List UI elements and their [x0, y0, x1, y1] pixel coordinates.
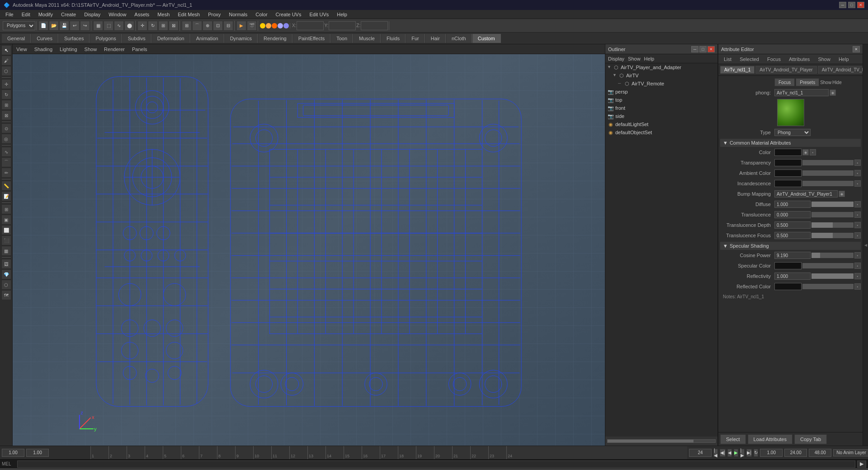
- annotate-btn[interactable]: 📝: [1, 191, 11, 201]
- color-map-btn[interactable]: ▪: [810, 149, 816, 155]
- play-end-btn[interactable]: ▶|: [746, 449, 752, 457]
- move-tool-btn[interactable]: ✛: [1, 79, 11, 89]
- attr-tab-list[interactable]: List: [720, 56, 735, 63]
- menu-edit[interactable]: Edit: [18, 11, 34, 18]
- menu-normals[interactable]: Normals: [225, 11, 251, 18]
- attr-tab-show[interactable]: Show: [814, 56, 834, 63]
- outliner-menu-help[interactable]: Help: [644, 56, 655, 61]
- anim-layer-select[interactable]: No Anim Layer: [833, 449, 868, 456]
- move-btn[interactable]: ✛: [137, 21, 147, 31]
- y-input[interactable]: [329, 21, 356, 30]
- ambient-map-btn[interactable]: ▪: [854, 170, 861, 176]
- attr-tab-focus[interactable]: Focus: [764, 56, 784, 63]
- timeline-track[interactable]: 1 2 3 4 5 6 7 8 9 10 11 12 13 14 15 16 1…: [90, 446, 687, 459]
- outliner-minimize-btn[interactable]: ─: [691, 46, 698, 52]
- translucence-depth-input[interactable]: [774, 221, 811, 229]
- universal-manip-btn[interactable]: ⊠: [169, 21, 179, 31]
- x-input[interactable]: [297, 21, 324, 30]
- outliner-item-airtv-remote[interactable]: ─ ⬡ AirTV_Remote: [605, 80, 717, 88]
- tab-hair[interactable]: Hair: [425, 34, 446, 43]
- right-panel-collapse[interactable]: ◀: [863, 44, 868, 446]
- minimize-button[interactable]: ─: [839, 2, 846, 8]
- focus-button[interactable]: Focus: [774, 78, 795, 86]
- tab-subdivs[interactable]: Subdivs: [123, 34, 151, 43]
- scale-tool-btn[interactable]: ⊞: [1, 100, 11, 110]
- color-dot-2[interactable]: [266, 23, 271, 28]
- common-material-section[interactable]: ▼ Common Material Attributes: [720, 139, 861, 147]
- tab-custom[interactable]: Custom: [472, 34, 501, 43]
- z-input[interactable]: [361, 21, 388, 30]
- window-controls[interactable]: ─ □ ✕: [839, 2, 864, 8]
- play-back-btn[interactable]: ◀: [727, 449, 732, 457]
- current-time-input[interactable]: [2, 449, 24, 457]
- render-view-btn[interactable]: 🖼: [1, 259, 11, 269]
- vp-menu-shading[interactable]: Shading: [34, 47, 52, 52]
- attr-editor-close-btn[interactable]: ✕: [853, 46, 860, 52]
- hide-label[interactable]: Hide: [832, 80, 842, 85]
- mode-select[interactable]: Polygons: [3, 21, 35, 30]
- show-label[interactable]: Show: [820, 80, 831, 85]
- snap-view-btn[interactable]: ⊡: [213, 21, 223, 31]
- transparency-swatch[interactable]: [774, 159, 802, 166]
- undo-btn[interactable]: ↩: [70, 21, 80, 31]
- playback-start-input[interactable]: [784, 449, 807, 457]
- select-tool-btn[interactable]: ↖: [1, 45, 11, 55]
- cosine-power-map-btn[interactable]: ▪: [854, 252, 861, 258]
- tab-deformation[interactable]: Deformation: [152, 34, 190, 43]
- redo-btn[interactable]: ↪: [80, 21, 90, 31]
- menu-assets[interactable]: Assets: [131, 11, 153, 18]
- tab-ncloth[interactable]: nCloth: [446, 34, 472, 43]
- outliner-item-persp[interactable]: 📷 persp: [605, 88, 717, 96]
- specular-color-map-btn[interactable]: ▪: [854, 263, 861, 269]
- translucence-slider[interactable]: [811, 212, 854, 217]
- ipr-btn[interactable]: 🎬: [247, 21, 257, 31]
- viewport-canvas[interactable]: x y z: [13, 54, 605, 446]
- specular-color-slider[interactable]: [802, 263, 854, 268]
- incandescence-slider[interactable]: [802, 181, 854, 186]
- menu-proxy[interactable]: Proxy: [204, 11, 224, 18]
- translucence-map-btn[interactable]: ▪: [854, 212, 861, 218]
- start-time-input[interactable]: [26, 449, 49, 457]
- menu-create-uvs[interactable]: Create UVs: [272, 11, 305, 18]
- grid-btn[interactable]: ⊞: [1, 204, 11, 214]
- tab-general[interactable]: General: [2, 34, 31, 43]
- close-button[interactable]: ✕: [857, 2, 864, 8]
- translucence-input[interactable]: [774, 211, 811, 218]
- reflected-color-slider[interactable]: [802, 284, 854, 289]
- menu-edit-mesh[interactable]: Edit Mesh: [174, 11, 203, 18]
- paint-tool-btn[interactable]: 🖌: [1, 56, 11, 66]
- menu-modify[interactable]: Modify: [35, 11, 57, 18]
- menu-file[interactable]: File: [2, 11, 17, 18]
- outliner-item-top[interactable]: 📷 top: [605, 96, 717, 104]
- play-beginning-btn[interactable]: |◀: [713, 449, 718, 457]
- ep-curve-btn[interactable]: ⌒: [1, 157, 11, 167]
- diffuse-input[interactable]: [774, 201, 811, 208]
- snap-point-btn[interactable]: ⊕: [203, 21, 212, 31]
- incandescence-swatch[interactable]: [774, 180, 802, 187]
- vp-menu-renderer[interactable]: Renderer: [104, 47, 125, 52]
- scale-btn[interactable]: ⊞: [158, 21, 168, 31]
- select-button[interactable]: Select: [720, 434, 746, 444]
- tab-surfaces[interactable]: Surfaces: [59, 34, 90, 43]
- scroll-track[interactable]: [607, 439, 716, 443]
- restore-button[interactable]: □: [848, 2, 855, 8]
- show-manip-btn[interactable]: ⊠: [1, 110, 11, 120]
- scroll-thumb[interactable]: [608, 440, 693, 442]
- color-dot-4[interactable]: [278, 23, 283, 28]
- reflectivity-input[interactable]: [774, 273, 811, 280]
- render-btn[interactable]: ▶: [236, 21, 246, 31]
- color-dot-5[interactable]: [283, 23, 289, 28]
- mel-input[interactable]: [17, 461, 855, 468]
- copy-tab-button[interactable]: Copy Tab: [794, 434, 827, 444]
- snap-grid-btn[interactable]: ⊞: [182, 21, 192, 31]
- vp-menu-lighting[interactable]: Lighting: [60, 47, 77, 52]
- menu-mesh[interactable]: Mesh: [154, 11, 173, 18]
- tab-animation[interactable]: Animation: [191, 34, 224, 43]
- reflected-color-map-btn[interactable]: ▪: [854, 283, 861, 290]
- obj-display-btn[interactable]: ▣: [1, 215, 11, 225]
- attr-tab-attributes[interactable]: Attributes: [785, 56, 813, 63]
- reflectivity-slider[interactable]: [811, 273, 854, 279]
- specular-shading-section[interactable]: ▼ Specular Shading: [720, 242, 861, 250]
- step-back-btn[interactable]: ◀|: [720, 449, 726, 457]
- pencil-btn[interactable]: ✏: [1, 168, 11, 178]
